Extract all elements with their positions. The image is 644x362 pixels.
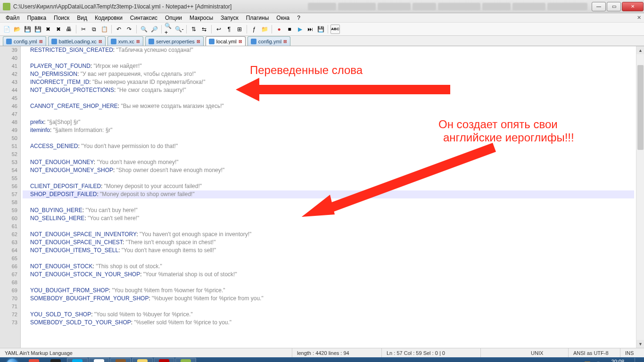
code-line: prefix: "§a[Shop] §r" — [23, 118, 634, 126]
close-file-icon[interactable]: ✖ — [43, 25, 53, 34]
menu-run[interactable]: Запуск — [217, 14, 242, 22]
tray-time: 20:08 — [605, 359, 631, 362]
show-all-chars-icon[interactable]: ¶ — [224, 25, 234, 34]
code-area[interactable]: RESTRICTED_SIGN_CREATED: "Табличка успеш… — [21, 46, 636, 348]
file-tab-0[interactable]: config.yml⊠ — [3, 36, 46, 46]
code-line — [23, 222, 634, 230]
window-titlebar: C:\Users\Кирилл\AppData\Local\Temp\fz3te… — [0, 0, 644, 13]
menu-macro[interactable]: Макросы — [186, 14, 217, 22]
line-number: 59 — [3, 206, 17, 214]
file-tab-label: local.yml — [216, 39, 237, 44]
scrollbar-thumb[interactable] — [637, 65, 644, 150]
vertical-scrollbar[interactable]: ▲ ▼ — [636, 46, 644, 348]
undo-icon[interactable]: ↶ — [114, 25, 124, 34]
spellcheck-icon[interactable]: ABC — [330, 25, 340, 34]
line-number: 57 — [3, 190, 17, 198]
file-tab-4[interactable]: local.yml⊠ — [206, 36, 246, 46]
sync-v-icon[interactable]: ⇅ — [189, 25, 198, 34]
tab-close-icon[interactable]: ⊠ — [239, 39, 242, 44]
taskbar-app-skype[interactable]: S — [67, 358, 88, 362]
replace-icon[interactable]: 🔎 — [149, 25, 159, 34]
taskbar-app-filezilla[interactable]: Fz — [154, 358, 174, 362]
close-document-button[interactable]: ✕ — [637, 15, 641, 21]
copy-icon[interactable]: ⧉ — [89, 25, 99, 34]
show-desktop-button[interactable] — [635, 358, 638, 362]
file-tab-2[interactable]: xvm.xc⊠ — [107, 36, 143, 46]
menu-syntax[interactable]: Синтаксис — [126, 14, 161, 22]
file-tab-5[interactable]: config.yml⊠ — [248, 36, 291, 46]
open-file-icon[interactable]: 📂 — [12, 25, 22, 34]
line-number: 58 — [3, 198, 17, 206]
indent-guide-icon[interactable]: ⊞ — [235, 25, 244, 34]
tab-close-icon[interactable]: ⊠ — [283, 39, 287, 44]
zoom-out-icon[interactable]: 🔍- — [174, 25, 184, 34]
line-number: 39 — [3, 46, 17, 54]
menu-window[interactable]: Окна — [272, 14, 293, 22]
redo-icon[interactable]: ↷ — [124, 25, 134, 34]
file-tab-1[interactable]: battleLoading.xc⊠ — [48, 36, 106, 46]
code-line: SHOP_DEPOSIT_FAILED: "Money deposit to s… — [23, 190, 634, 198]
tray-clock[interactable]: 20:08 18.11.2014 — [605, 359, 631, 362]
menu-file[interactable]: Файл — [2, 14, 24, 22]
start-button[interactable] — [2, 358, 23, 362]
window-title: C:\Users\Кирилл\AppData\Local\Temp\fz3te… — [13, 3, 308, 10]
menu-options[interactable]: Опции — [161, 14, 186, 22]
menu-plugins[interactable]: Плагины — [242, 14, 273, 22]
taskbar-app-notepadpp[interactable]: N — [175, 358, 196, 362]
status-language: YAML Ain't Markup Language — [0, 348, 292, 357]
new-file-icon[interactable]: 📄 — [2, 25, 11, 34]
scroll-up-icon[interactable]: ▲ — [636, 46, 644, 54]
line-number: 64 — [3, 247, 17, 255]
menu-help[interactable]: ? — [293, 14, 304, 22]
tab-close-icon[interactable]: ⊠ — [99, 39, 102, 44]
sync-h-icon[interactable]: ⇆ — [199, 25, 209, 34]
stop-macro-icon[interactable]: ■ — [285, 25, 294, 34]
close-button[interactable]: ✕ — [622, 2, 644, 11]
taskbar-app-steam[interactable]: ◐ — [45, 358, 66, 362]
menu-encoding[interactable]: Кодировки — [91, 14, 126, 22]
save-all-icon[interactable]: 💾 — [33, 25, 42, 34]
scroll-down-icon[interactable]: ▼ — [636, 340, 644, 348]
close-all-icon[interactable]: ✖ — [54, 25, 63, 34]
file-tab-label: battleLoading.xc — [59, 39, 97, 44]
function-list-icon[interactable]: ƒ — [249, 25, 259, 34]
menu-search[interactable]: Поиск — [50, 14, 73, 22]
line-number: 44 — [3, 86, 17, 94]
play-macro-icon[interactable]: ▶ — [295, 25, 305, 34]
minimize-button[interactable]: — — [592, 2, 606, 11]
print-icon[interactable]: 🖶 — [64, 25, 74, 34]
code-line — [23, 150, 634, 158]
tab-close-icon[interactable]: ⊠ — [136, 39, 140, 44]
save-icon[interactable]: 💾 — [23, 25, 32, 34]
paste-icon[interactable]: 📋 — [99, 25, 109, 34]
tab-close-icon[interactable]: ⊠ — [197, 39, 200, 44]
menu-bar: Файл Правка Поиск Вид Кодировки Синтакси… — [0, 13, 644, 23]
folder-tree-icon[interactable]: 📁 — [260, 25, 269, 34]
taskbar-app-chrome[interactable]: ◉ — [89, 358, 109, 362]
code-line: NO_SELLING_HERE: "You can't sell here!" — [23, 214, 634, 222]
code-line — [23, 174, 634, 182]
code-line — [23, 54, 634, 62]
line-number: 55 — [3, 174, 17, 182]
zoom-in-icon[interactable]: 🔍+ — [164, 25, 173, 34]
file-icon — [51, 39, 57, 44]
save-macro-icon[interactable]: 💾 — [316, 25, 325, 34]
play-multi-icon[interactable]: ⏭ — [305, 25, 315, 34]
line-number: 70 — [3, 295, 17, 303]
line-number: 48 — [3, 118, 17, 126]
menu-edit[interactable]: Правка — [24, 14, 50, 22]
taskbar-app-1[interactable]: ◯ — [24, 358, 44, 362]
file-tab-3[interactable]: server.properties⊠ — [145, 36, 204, 46]
file-tab-label: xvm.xc — [118, 39, 134, 44]
find-icon[interactable]: 🔍 — [139, 25, 149, 34]
maximize-button[interactable]: ▭ — [607, 2, 621, 11]
tab-close-icon[interactable]: ⊠ — [39, 39, 43, 44]
cut-icon[interactable]: ✂ — [79, 25, 88, 34]
taskbar-app-minecraft[interactable]: ▦ — [110, 358, 131, 362]
record-macro-icon[interactable]: ● — [274, 25, 284, 34]
code-line — [23, 303, 634, 311]
taskbar-app-explorer[interactable]: 📁 — [132, 358, 153, 362]
code-line: NOT_ENOUGH_SPACE_IN_INVENTORY: "You have… — [23, 230, 634, 239]
wordwrap-icon[interactable]: ↩ — [214, 25, 223, 34]
menu-view[interactable]: Вид — [73, 14, 91, 22]
